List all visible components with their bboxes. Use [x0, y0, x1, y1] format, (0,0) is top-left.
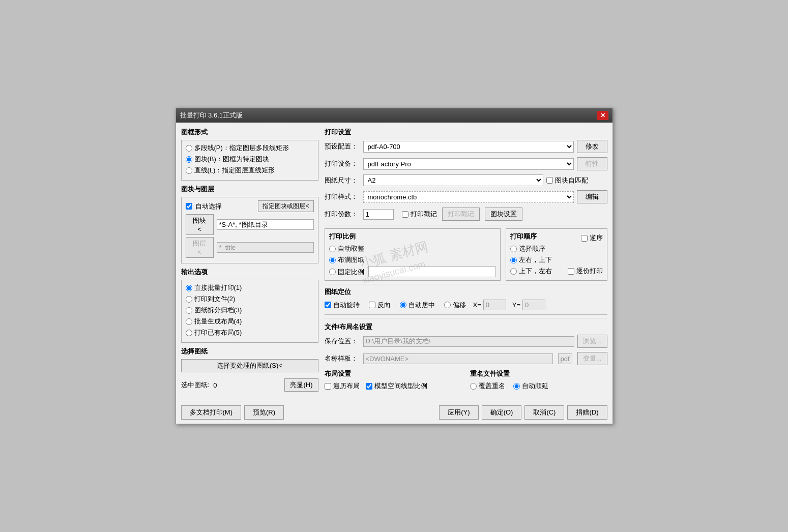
file-layout-title: 文件/布局名设置	[325, 322, 607, 332]
print-order-title: 打印顺序	[510, 232, 537, 241]
output-direct-radio[interactable]	[186, 285, 192, 291]
print-order-box: 打印顺序 逆序 选择顺序 左右，上下	[506, 228, 607, 281]
select-section-title: 选择图纸	[181, 347, 318, 356]
frame-option-polyline-row: 多段线(P)：指定图层多段线矩形	[186, 143, 314, 153]
print-mark-checkbox[interactable]	[402, 211, 408, 218]
preset-select[interactable]: pdf-A0-700	[363, 141, 574, 153]
specify-button[interactable]: 指定图块或图层<	[258, 200, 313, 212]
order-select-row: 选择顺序	[510, 244, 603, 253]
reverse-checkbox[interactable]	[581, 235, 588, 242]
close-button[interactable]: ✕	[597, 111, 608, 120]
auto-fit-checkbox[interactable]	[546, 177, 553, 184]
offset-radio[interactable]	[444, 302, 451, 308]
output-split-radio[interactable]	[186, 307, 192, 314]
device-select[interactable]: pdfFactory Pro	[363, 158, 574, 170]
position-title: 图纸定位	[325, 287, 607, 297]
reverse-dir-group: 反向	[369, 301, 391, 310]
ratio-auto-label: 自动取整	[338, 244, 364, 253]
auto-sequence-radio[interactable]	[513, 383, 520, 390]
layer-row: 图层<	[186, 237, 314, 258]
model-scale-label: 模型空间线型比例	[374, 381, 427, 391]
block-input[interactable]	[217, 219, 314, 230]
multi-doc-button[interactable]: 多文档打印(M)	[181, 405, 242, 420]
preset-row: 预设配置： pdf-A0-700 修改	[325, 140, 607, 153]
ratio-fixed-radio[interactable]	[329, 269, 336, 275]
save-path-input[interactable]	[363, 336, 574, 347]
block-layer-title: 图块与图层	[181, 185, 318, 194]
output-layout-radio[interactable]	[186, 318, 192, 325]
y-input[interactable]	[522, 300, 545, 310]
style-label: 打印样式：	[325, 192, 360, 201]
select-drawing-button[interactable]: 选择要处理的图纸(S)<	[181, 359, 318, 372]
browse-button[interactable]: 浏览...	[577, 335, 607, 348]
properties-button[interactable]: 特性	[577, 157, 607, 170]
selected-count: 0	[213, 381, 217, 389]
window-title: 批量打印 3.6.1正式版	[180, 111, 243, 120]
bottom-settings-row: 布局设置 遍历布局 模型空间线型比例 重名文件设置	[325, 369, 607, 391]
frame-line-radio[interactable]	[186, 167, 192, 174]
right-panel: 打印设置 预设配置： pdf-A0-700 修改 打印设备： pdfFactor…	[325, 128, 607, 396]
layer-input[interactable]	[217, 242, 314, 253]
block-layer-section: 图块与图层 自动选择 指定图块或图层< 图块< 图层<	[181, 185, 318, 263]
per-copy-checkbox[interactable]	[568, 268, 574, 275]
block-button[interactable]: 图块<	[186, 214, 214, 235]
frame-polyline-radio[interactable]	[186, 145, 192, 152]
auto-center-radio[interactable]	[400, 302, 406, 308]
print-ratio-box: 打印比例 自动取整 布满图纸 固定比例	[325, 228, 501, 281]
x-input[interactable]	[483, 300, 506, 310]
cancel-button[interactable]: 取消(C)	[524, 405, 564, 420]
device-row: 打印设备： pdfFactory Pro 特性	[325, 157, 607, 170]
confirm-button[interactable]: 确定(O)	[482, 405, 522, 420]
layout-checkboxes: 遍历布局 模型空间线型比例	[325, 381, 462, 391]
print-mark-button[interactable]: 打印戳记	[442, 208, 480, 221]
order-lr-row: 左右，上下	[510, 255, 603, 264]
modify-button[interactable]: 修改	[577, 140, 607, 153]
copies-label: 打印份数：	[325, 210, 360, 219]
layout-settings-title: 布局设置	[325, 369, 462, 378]
auto-sequence-group: 自动顺延	[513, 381, 548, 391]
ratio-fit-radio[interactable]	[329, 257, 336, 263]
output-layout-row: 批量生成布局(4)	[186, 317, 314, 326]
overwrite-radio[interactable]	[470, 383, 477, 390]
paper-select[interactable]: A2	[363, 174, 543, 186]
fixed-ratio-input[interactable]	[368, 267, 496, 277]
auto-select-checkbox[interactable]	[186, 203, 192, 210]
layer-button[interactable]: 图层<	[186, 237, 214, 258]
ratio-auto-radio[interactable]	[329, 246, 336, 252]
auto-rotate-checkbox[interactable]	[325, 302, 331, 308]
selected-info-row: 选中图纸: 0 亮显(H)	[181, 378, 318, 392]
output-file-radio[interactable]	[186, 296, 192, 303]
block-layer-box: 自动选择 指定图块或图层< 图块< 图层<	[181, 197, 318, 263]
name-template-label: 名称样板：	[325, 354, 360, 363]
name-template-input[interactable]	[363, 353, 553, 364]
frame-section: 图框形式 多段线(P)：指定图层多段线矩形 图块(B)：图框为特定图块 直线(L…	[181, 128, 318, 181]
output-split-row: 图纸拆分归档(3)	[186, 306, 314, 315]
reverse-dir-checkbox[interactable]	[369, 302, 375, 308]
reverse-group: 逆序	[581, 233, 603, 243]
preview-button[interactable]: 预览(R)	[244, 405, 284, 420]
donate-button[interactable]: 捐赠(D)	[567, 405, 607, 420]
traverse-checkbox[interactable]	[325, 383, 331, 390]
order-select-radio[interactable]	[510, 246, 517, 252]
frame-block-label: 图块(B)：图框为特定图块	[194, 155, 269, 164]
block-row: 图块<	[186, 214, 314, 235]
edit-button[interactable]: 编辑	[577, 190, 607, 203]
output-existing-radio[interactable]	[186, 330, 192, 336]
order-tb-radio[interactable]	[510, 268, 517, 275]
block-settings-button[interactable]: 图块设置	[485, 208, 522, 221]
apply-button[interactable]: 应用(Y)	[439, 405, 478, 420]
style-select[interactable]: monochrome.ctb	[363, 191, 574, 203]
output-file-label: 打印到文件(2)	[194, 294, 236, 304]
layout-config: 布局设置 遍历布局 模型空间线型比例	[325, 369, 462, 391]
highlight-button[interactable]: 亮显(H)	[284, 378, 318, 392]
output-section: 输出选项 直接批量打印(1) 打印到文件(2) 图纸拆分归档(3)	[181, 268, 318, 343]
model-scale-checkbox[interactable]	[366, 383, 372, 390]
copies-input[interactable]	[363, 209, 394, 220]
frame-options-box: 多段线(P)：指定图层多段线矩形 图块(B)：图框为特定图块 直线(L)：指定图…	[181, 140, 318, 181]
output-existing-label: 打印已有布局(5)	[194, 328, 242, 337]
frame-block-radio[interactable]	[186, 156, 192, 163]
y-group: Y=	[512, 300, 545, 310]
bottom-right-buttons: 应用(Y) 确定(O) 取消(C) 捐赠(D)	[439, 405, 607, 420]
variable-button[interactable]: 变量...	[577, 352, 607, 365]
order-lr-radio[interactable]	[510, 257, 517, 263]
